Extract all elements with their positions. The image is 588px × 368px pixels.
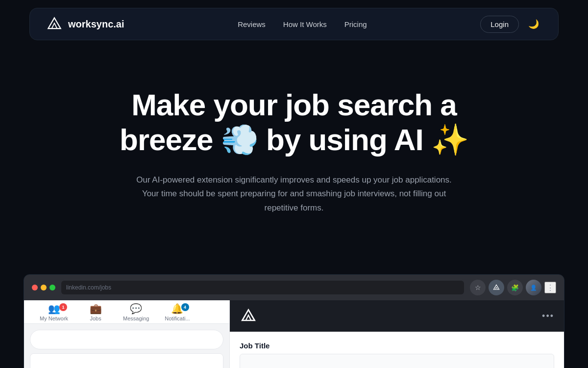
browser-content: 👥 My Network 1 💼 Jobs 💬 Messaging 🔔 Noti… [24, 300, 564, 368]
address-bar[interactable]: linkedin.com/jobs [61, 281, 464, 294]
linkedin-nav-jobs[interactable]: 💼 Jobs [76, 300, 115, 323]
hero-section: Make your job search a breeze 💨 by using… [0, 48, 588, 274]
extension-logo-icon [240, 307, 257, 325]
job-title-input[interactable] [240, 354, 554, 368]
extension-popup-header: ••• [230, 300, 564, 332]
puzzle-icon: 🧩 [511, 284, 519, 291]
close-window-dot[interactable] [32, 285, 38, 290]
more-icon: ⋮ [546, 283, 554, 292]
nav-pricing[interactable]: Pricing [344, 20, 367, 28]
hero-title: Make your job search a breeze 💨 by using… [98, 87, 490, 158]
brand-name: worksync.ai [68, 19, 124, 30]
extension-popup-body: Job Title [230, 332, 564, 368]
extension-popup: ••• Job Title [230, 300, 564, 368]
network-badge: 1 [59, 303, 67, 311]
worksync-extension-icon [492, 284, 500, 291]
jobs-label: Jobs [90, 315, 101, 321]
navbar: worksync.ai Reviews How It Works Pricing… [29, 8, 559, 40]
linkedin-panel: 👥 My Network 1 💼 Jobs 💬 Messaging 🔔 Noti… [24, 300, 230, 368]
messaging-label: Messaging [123, 315, 149, 321]
moon-icon: 🌙 [528, 19, 539, 29]
nav-reviews[interactable]: Reviews [238, 20, 266, 28]
browser-toolbar-right: ☆ 🧩 👤 ⋮ [470, 280, 556, 295]
extension-menu-dots-button[interactable]: ••• [542, 311, 554, 321]
minimize-window-dot[interactable] [41, 285, 47, 290]
hero-subtitle: Our AI-powered extension significantly i… [135, 173, 453, 216]
network-icon: 👥 [48, 303, 60, 315]
network-label: My Network [40, 315, 68, 321]
linkedin-nav-notifications[interactable]: 🔔 Notificati... 4 [157, 300, 197, 323]
linkedin-nav-network[interactable]: 👥 My Network 1 [32, 300, 76, 323]
nav-how-it-works[interactable]: How It Works [283, 20, 327, 28]
jobs-icon: 💼 [90, 303, 102, 315]
extension-logo [240, 307, 257, 325]
browser-mockup: linkedin.com/jobs ☆ 🧩 👤 ⋮ [24, 274, 564, 368]
nav-right: Login 🌙 [480, 15, 542, 33]
browser-chrome-bar: linkedin.com/jobs ☆ 🧩 👤 ⋮ [24, 275, 564, 300]
linkedin-content-card [30, 353, 223, 368]
browser-window-controls [32, 285, 55, 290]
job-title-label: Job Title [240, 342, 554, 350]
logo-area[interactable]: worksync.ai [46, 15, 124, 33]
notifications-badge: 4 [181, 303, 189, 311]
browser-more-button[interactable]: ⋮ [544, 282, 556, 293]
notifications-label: Notificati... [165, 315, 190, 321]
login-button[interactable]: Login [480, 16, 519, 33]
linkedin-nav-messaging[interactable]: 💬 Messaging [115, 300, 157, 323]
linkedin-nav: 👥 My Network 1 💼 Jobs 💬 Messaging 🔔 Noti… [24, 300, 229, 324]
browser-avatar: 👤 [526, 280, 541, 295]
nav-links: Reviews How It Works Pricing [238, 20, 367, 28]
maximize-window-dot[interactable] [49, 285, 55, 290]
messaging-icon: 💬 [130, 303, 142, 315]
bookmark-icon-btn[interactable]: ☆ [470, 280, 486, 295]
theme-toggle-button[interactable]: 🌙 [525, 15, 542, 33]
puzzle-icon-btn[interactable]: 🧩 [507, 280, 523, 295]
star-icon: ☆ [475, 284, 481, 291]
linkedin-content-area [24, 324, 229, 368]
linkedin-search-bar[interactable] [30, 330, 223, 349]
logo-icon [46, 15, 63, 33]
extension-icon-btn[interactable] [489, 280, 504, 295]
